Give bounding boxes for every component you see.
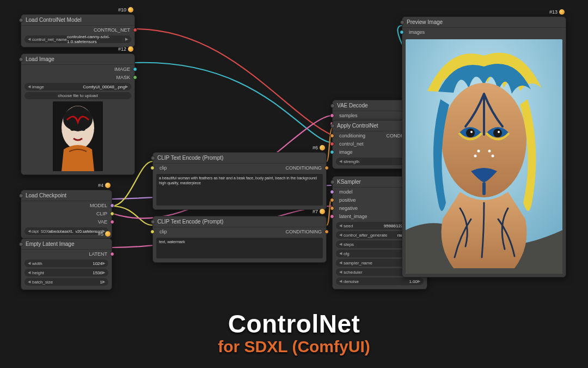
collapse-icon[interactable] [19,57,23,62]
input-clip[interactable]: clip [157,229,167,234]
param-ckpt-name[interactable]: ◀ ckpt_SDXL albedobaseXL_v20.safetensors… [24,227,108,235]
caption: ControlNet for SDXL (ComfyUI) [0,309,588,356]
upload-button[interactable]: choose file to upload [24,92,131,99]
svg-point-9 [498,131,500,133]
node-badge: #13 [549,9,565,15]
chevron-right-icon[interactable]: ▶ [125,37,128,41]
svg-point-12 [474,155,477,158]
svg-point-2 [70,126,75,131]
node-clip-text-encode-positive[interactable]: #6 CLIP Text Encode (Prompt) clip CONDIT… [152,152,327,210]
collapse-icon[interactable] [400,20,405,25]
node-badge: #4 [98,183,111,188]
node-load-controlnet-model[interactable]: #10 Load ControlNet Model CONTROL_NET ◀ … [21,14,135,47]
param-image[interactable]: ◀ image ComfyUI_00048_.png ▶ [24,83,131,91]
output-model[interactable]: MODEL [21,201,112,209]
output-image[interactable]: IMAGE [21,65,134,73]
node-title[interactable]: Load ControlNet Model [21,15,134,26]
caption-title: ControlNet [0,309,588,339]
node-badge: #6 [313,145,325,150]
node-load-image[interactable]: #12 Load Image IMAGE MASK ◀ image ComfyU… [21,53,135,175]
svg-point-7 [493,129,502,137]
node-badge: #10 [118,7,133,13]
chevron-right-icon[interactable]: ▶ [125,85,128,89]
svg-rect-14 [482,182,486,195]
node-clip-text-encode-negative[interactable]: #7 CLIP Text Encode (Prompt) clip CONDIT… [152,216,327,263]
svg-point-11 [488,150,491,153]
output-mask[interactable]: MASK [21,73,134,81]
node-badge: #5 [98,231,111,237]
svg-point-8 [470,131,473,133]
collapse-icon[interactable] [19,18,23,22]
output-control-net[interactable]: CONTROL_NET [21,26,134,34]
node-title[interactable]: Load Image [21,54,134,65]
node-title[interactable]: CLIP Text Encode (Prompt) [153,153,326,164]
param-batch-size[interactable]: ◀batch_size1▶ [24,278,108,286]
collapse-icon[interactable] [330,180,335,184]
output-conditioning[interactable]: CONDITIONING [286,229,322,234]
input-samples[interactable]: samples [337,113,358,118]
node-title[interactable]: Load Checkpoint [21,190,112,201]
collapse-icon[interactable] [151,220,155,224]
param-height[interactable]: ◀height1536▶ [24,269,108,276]
preview-output [406,39,562,274]
output-conditioning[interactable]: CONDITIONING [286,165,322,171]
output-latent[interactable]: LATENT [21,250,112,258]
param-denoise[interactable]: ◀denoise1.00▶ [336,277,424,285]
svg-point-10 [477,150,480,153]
input-conditioning[interactable]: conditioning [337,133,365,138]
collapse-icon[interactable] [19,242,23,246]
io-row: clip CONDITIONING [153,164,326,172]
collapse-icon[interactable] [19,194,23,198]
prompt-text[interactable]: a beautiful woman with feathers as hair … [156,174,323,206]
param-width[interactable]: ◀width1024▶ [24,260,108,267]
svg-point-13 [492,155,494,158]
input-model[interactable]: model [337,189,353,195]
output-vae[interactable]: VAE [21,218,112,226]
collapse-icon[interactable] [330,124,335,128]
collapse-icon[interactable] [330,104,335,108]
param-control-net-name[interactable]: ◀ control_net_name controlnet-canny-sdxl… [24,35,131,43]
svg-point-3 [81,126,85,131]
node-preview-image[interactable]: #13 Preview Image images [402,16,566,277]
output-clip[interactable]: CLIP [21,209,112,218]
collapse-icon[interactable] [151,156,155,160]
prompt-text[interactable]: text, watermark [156,238,323,258]
node-badge: #12 [118,46,133,52]
input-images[interactable]: images [402,28,566,36]
svg-point-6 [466,129,475,137]
node-title[interactable]: Empty Latent Image [21,239,112,250]
io-row: clip CONDITIONING [153,227,326,236]
node-badge: #7 [313,209,325,214]
input-clip[interactable]: clip [157,165,167,171]
node-empty-latent-image[interactable]: #5 Empty Latent Image LATENT ◀width1024▶… [21,238,112,290]
image-thumbnail [53,101,103,171]
node-title[interactable]: CLIP Text Encode (Prompt) [153,216,326,227]
node-title[interactable]: Preview Image [402,17,566,28]
caption-subtitle: for SDXL (ComfyUI) [0,337,588,356]
